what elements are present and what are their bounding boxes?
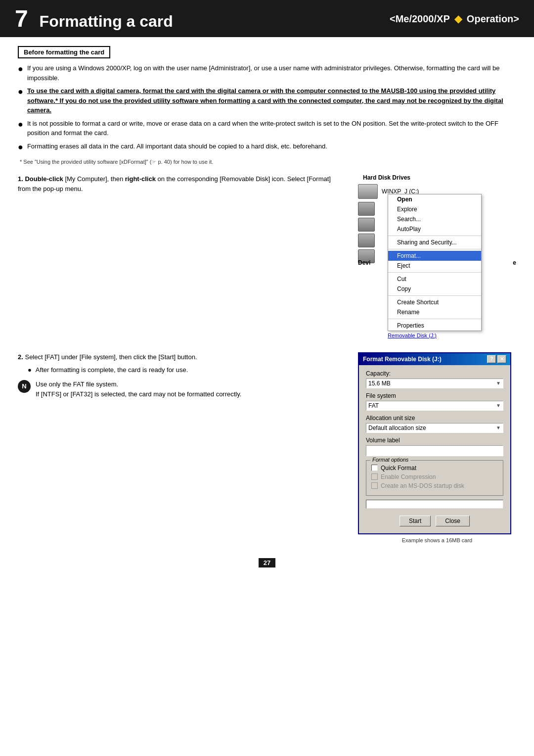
bullet-text-3: It is not possible to format a card or w… <box>27 119 516 138</box>
quick-format-checkbox[interactable] <box>371 465 378 471</box>
step-2-paragraph: 2. Select [FAT] under [File system], the… <box>18 352 343 362</box>
floppy-icon-1 <box>358 202 375 216</box>
bullet-text-1: If you are using a Windows 2000/XP, log … <box>27 63 516 83</box>
context-menu-explore[interactable]: Explore <box>388 204 481 214</box>
context-menu-cut[interactable]: Cut <box>388 274 481 284</box>
sub-bullet-icon: ● <box>28 365 32 375</box>
page-header: 7 Formatting a card <Me/2000/XP ◆ Operat… <box>0 0 534 37</box>
hard-disk-drives-label: Hard Disk Drives <box>363 174 516 181</box>
file-system-label: File system <box>366 392 503 399</box>
bullet-icon: ● <box>18 85 23 98</box>
capacity-arrow-icon: ▼ <box>496 380 501 386</box>
enable-compression-checkbox[interactable] <box>371 473 378 480</box>
dialog-title-buttons: ? ✕ <box>487 355 506 363</box>
step-1-after-bold1: [My Computer], then <box>63 175 125 183</box>
start-button[interactable]: Start <box>400 516 431 526</box>
bullet-icon: ● <box>18 62 23 76</box>
progress-bar <box>366 500 503 509</box>
file-system-select[interactable]: FAT ▼ <box>366 401 503 411</box>
step-2-sub-list: ● After formatting is complete, the card… <box>18 365 343 375</box>
dialog-body: Capacity: 15.6 MB ▼ File system FAT ▼ Al… <box>359 365 510 533</box>
context-menu-autoplay[interactable]: AutoPlay <box>388 224 481 234</box>
context-menu-sharing[interactable]: Sharing and Security... <box>388 237 481 247</box>
volume-label: Volume label <box>366 437 503 444</box>
format-dialog: Format Removable Disk (J:) ? ✕ Capacity:… <box>358 352 511 534</box>
list-item: ● It is not possible to format a card or… <box>18 119 516 138</box>
step-1-paragraph: 1. Double-click [My Computer], then righ… <box>18 174 343 194</box>
context-menu-properties[interactable]: Properties <box>388 321 481 331</box>
bullet-icon: ● <box>18 141 23 154</box>
devi-label: Devi <box>358 259 370 266</box>
step-2-text: 2. Select [FAT] under [File system], the… <box>18 352 343 403</box>
context-menu-eject[interactable]: Eject <box>388 261 481 271</box>
before-format-list: ● If you are using a Windows 2000/XP, lo… <box>18 63 516 154</box>
note-text-block: Use only the FAT file system. If [NTFS] … <box>36 379 241 399</box>
file-system-value: FAT <box>368 402 379 409</box>
before-format-heading: Before formatting the card <box>18 46 110 58</box>
ms-dos-startup-checkbox[interactable] <box>371 482 378 489</box>
step-2-main-text: Select [FAT] under [File system], then c… <box>25 353 197 361</box>
allocation-label: Allocation unit size <box>366 415 503 422</box>
floppy-icon-3 <box>358 234 375 247</box>
context-menu-divider-1 <box>388 236 481 236</box>
context-menu-create-shortcut[interactable]: Create Shortcut <box>388 297 481 307</box>
capacity-label: Capacity: <box>366 370 503 377</box>
context-menu-area: Hard Disk Drives WINXP_J (C:) <box>358 174 516 338</box>
capacity-select[interactable]: 15.6 MB ▼ <box>366 378 503 388</box>
bullet-text-2: To use the card with a digital camera, f… <box>27 86 516 115</box>
enable-compression-label: Enable Compression <box>381 473 436 480</box>
quick-format-label: Quick Format <box>381 465 416 472</box>
dialog-titlebar: Format Removable Disk (J:) ? ✕ <box>359 353 510 365</box>
allocation-arrow-icon: ▼ <box>496 425 501 430</box>
context-menu-open[interactable]: Open <box>388 194 481 204</box>
step-1-text: 1. Double-click [My Computer], then righ… <box>18 174 343 194</box>
note-circle-icon: N <box>18 380 31 393</box>
floppy-icon-2 <box>358 218 375 232</box>
list-item: ● Formatting erases all data in the card… <box>18 142 516 154</box>
note-line-1: Use only the FAT file system. <box>36 379 241 389</box>
context-menu-divider-2 <box>388 249 481 249</box>
volume-input[interactable] <box>366 445 503 456</box>
step-2-image: Format Removable Disk (J:) ? ✕ Capacity:… <box>358 352 516 543</box>
note-line-2: If [NTFS] or [FAT32] is selected, the ca… <box>36 389 241 399</box>
enable-compression-row: Enable Compression <box>371 473 498 480</box>
step-1-bold2: right-click <box>125 175 156 183</box>
dialog-title-text: Format Removable Disk (J:) <box>363 356 442 363</box>
allocation-select[interactable]: Default allocation size ▼ <box>366 423 503 433</box>
step-2-number: 2. <box>18 353 23 361</box>
chapter-number: 7 <box>15 5 28 32</box>
sub-list-item: ● After formatting is complete, the card… <box>28 365 343 375</box>
capacity-value: 15.6 MB <box>368 380 391 387</box>
context-menu-copy[interactable]: Copy <box>388 284 481 294</box>
hdd-icon <box>358 184 378 199</box>
context-menu-divider-5 <box>388 319 481 319</box>
diamond-icon: ◆ <box>452 13 465 24</box>
context-menu-divider-3 <box>388 272 481 273</box>
context-menu-rename[interactable]: Rename <box>388 307 481 317</box>
format-options-legend: Format options <box>370 457 410 463</box>
format-options-group: Format options Quick Format Enable Compr… <box>366 460 503 496</box>
e-label: e <box>513 259 516 266</box>
list-item: ● If you are using a Windows 2000/XP, lo… <box>18 63 516 83</box>
file-system-arrow-icon: ▼ <box>496 403 501 408</box>
close-button[interactable]: Close <box>436 516 470 526</box>
ms-dos-startup-label: Create an MS-DOS startup disk <box>381 482 464 489</box>
page-number-area: 27 <box>18 558 516 567</box>
sub-bullet-text: After formatting is complete, the card i… <box>36 365 188 375</box>
step-1-bold1: Double-click <box>25 175 63 183</box>
bullet-text-4: Formatting erases all data in the card. … <box>27 142 327 151</box>
page-number: 27 <box>259 558 275 567</box>
dialog-buttons: Start Close <box>366 513 503 528</box>
step-1-number: 1. <box>18 175 23 183</box>
step-1-image: Hard Disk Drives WINXP_J (C:) <box>358 174 516 338</box>
context-menu-format[interactable]: Format... <box>388 251 481 261</box>
context-menu-search[interactable]: Search... <box>388 214 481 224</box>
footnote: * See "Using the provided utility softwa… <box>20 159 516 165</box>
dialog-help-button[interactable]: ? <box>487 355 496 363</box>
bullet-icon: ● <box>18 118 23 131</box>
context-menu-divider-4 <box>388 295 481 296</box>
main-content: Before formatting the card ● If you are … <box>0 46 534 582</box>
operation-label: <Me/2000/XP ◆ Operation> <box>390 13 519 25</box>
dialog-close-button[interactable]: ✕ <box>497 355 506 363</box>
list-item: ● To use the card with a digital camera,… <box>18 86 516 115</box>
